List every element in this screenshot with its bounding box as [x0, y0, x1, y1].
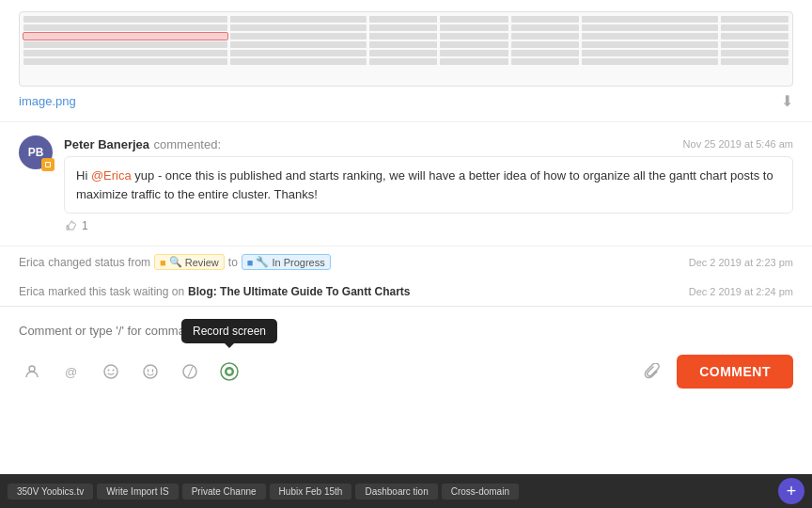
comment-meta: Peter Banerjea commented: Nov 25 2019 at…: [64, 135, 793, 152]
record-icon-container[interactable]: Record screen: [216, 358, 242, 385]
comment-input-area: @ / Record screen: [0, 306, 812, 396]
svg-point-5: [104, 365, 117, 378]
comment-text: Hi @Erica yup - once this is published a…: [64, 156, 793, 214]
comment-button[interactable]: COMMENT: [677, 355, 793, 389]
slash-icon[interactable]: /: [177, 358, 203, 385]
comment-toolbar: @ / Record screen: [19, 347, 793, 396]
taskbar-item-1[interactable]: Write Import IS: [97, 484, 179, 500]
comment-timestamp: Nov 25 2019 at 5:46 am: [683, 138, 793, 150]
image-link[interactable]: image.png: [19, 94, 76, 108]
image-thumbnail: [19, 11, 793, 87]
bottom-taskbar: 350V Yoobics.tv Write Import IS Private …: [0, 474, 812, 508]
download-icon[interactable]: ⬇: [781, 92, 793, 110]
status-change-text-2: Erica marked this task waiting on Blog: …: [19, 285, 411, 298]
record-screen-tooltip: Record screen: [181, 319, 277, 343]
record-screen-icon[interactable]: [216, 358, 242, 385]
svg-point-15: [227, 370, 232, 374]
status-time-1: Dec 2 2019 at 2:23 pm: [689, 257, 793, 268]
avatar-badge: [41, 158, 55, 171]
status-change-text-1: Erica changed status from ■ 🔍 Review to …: [19, 254, 331, 270]
comment-input[interactable]: [19, 320, 793, 347]
taskbar-item-2[interactable]: Private Channe: [182, 484, 266, 500]
svg-text:/: /: [187, 365, 194, 378]
main-content: image.png ⬇ PB Peter Banerjea commented:…: [0, 0, 812, 474]
person-icon[interactable]: [19, 358, 45, 385]
svg-rect-1: [46, 163, 50, 167]
attachment-icon[interactable]: [639, 358, 665, 385]
comment-section: PB Peter Banerjea commented: Nov 25 2019…: [0, 122, 812, 246]
image-area: image.png ⬇: [0, 0, 812, 122]
svg-point-7: [113, 370, 115, 372]
taskbar-item-5[interactable]: Cross-domain: [442, 484, 519, 500]
status-change-1: Erica changed status from ■ 🔍 Review to …: [0, 246, 812, 278]
toolbar-left: @ / Record screen: [19, 358, 242, 385]
comment-body: Peter Banerjea commented: Nov 25 2019 at…: [64, 135, 793, 232]
status-time-2: Dec 2 2019 at 2:24 pm: [689, 286, 793, 297]
status-link[interactable]: Blog: The Ultimate Guide To Gantt Charts: [188, 285, 410, 298]
like-count: 1: [82, 219, 88, 232]
taskbar-item-4[interactable]: Dashboarc tion: [355, 484, 437, 500]
from-status-badge: ■ 🔍 Review: [154, 254, 225, 270]
mention[interactable]: @Erica: [91, 168, 132, 183]
toolbar-right: COMMENT: [639, 355, 793, 389]
emoji-happy-icon[interactable]: [98, 358, 124, 385]
to-status-badge: ■ 🔧 In Progress: [242, 254, 331, 270]
comment-author: Peter Banerjea: [64, 137, 149, 151]
taskbar-item-0[interactable]: 350V Yoobics.tv: [8, 484, 93, 500]
like-button[interactable]: 1: [66, 219, 88, 232]
svg-text:@: @: [65, 365, 77, 379]
svg-point-8: [144, 365, 157, 378]
at-icon[interactable]: @: [58, 358, 85, 385]
comment-header: PB Peter Banerjea commented: Nov 25 2019…: [19, 135, 793, 232]
svg-point-3: [29, 366, 35, 372]
taskbar-plus-button[interactable]: +: [778, 478, 804, 504]
smile-icon[interactable]: [137, 358, 164, 385]
like-row: 1: [64, 219, 793, 232]
avatar: PB: [19, 135, 53, 169]
svg-point-6: [108, 370, 110, 372]
comment-action: commented:: [154, 137, 222, 151]
taskbar-item-3[interactable]: Hubix Feb 15th: [270, 484, 352, 500]
status-change-2: Erica marked this task waiting on Blog: …: [0, 278, 812, 306]
